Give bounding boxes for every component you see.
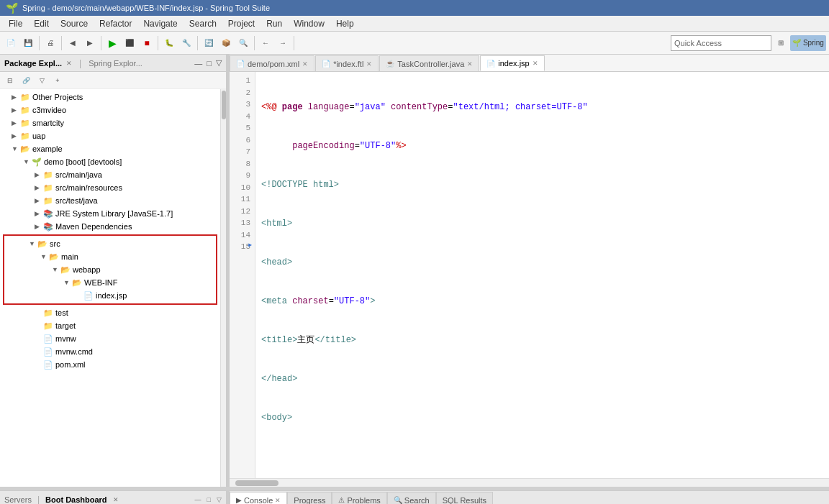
toggle-webinf[interactable]: ▼ [63, 279, 72, 286]
toolbar-btn-10[interactable]: ← [258, 35, 273, 51]
tree-item-mvnw[interactable]: 📄 mvnw [0, 332, 220, 345]
collapse-all-btn[interactable]: ⊟ [3, 74, 17, 87]
toolbar-btn-back[interactable]: ◀ [65, 35, 81, 51]
toggle-main[interactable]: ▼ [40, 253, 49, 260]
editor-hscroll-thumb[interactable] [235, 480, 278, 486]
toggle-webapp[interactable]: ▼ [52, 266, 60, 273]
toolbar-btn-fwd[interactable]: ▶ [82, 35, 98, 51]
run-button[interactable]: ▶ [104, 35, 120, 51]
toggle-uap[interactable]: ▶ [12, 132, 20, 139]
tab-pom-xml[interactable]: 📄 demo/pom.xml ✕ [230, 55, 314, 71]
toggle-other-projects[interactable]: ▶ [12, 93, 20, 101]
tree-item-uap[interactable]: ▶ 📁 uap [0, 129, 220, 142]
maximize-icon[interactable]: □ [207, 59, 212, 68]
new-item-btn[interactable]: + [50, 74, 65, 87]
tree-item-mvnw-cmd[interactable]: 📄 mvnw.cmd [0, 345, 220, 358]
editor-hscroll[interactable] [230, 478, 829, 487]
console-tab-progress[interactable]: Progress [287, 492, 332, 504]
tab-index-jsp[interactable]: 📄 index.jsp ✕ [480, 55, 544, 71]
menu-source[interactable]: Source [55, 17, 94, 30]
menu-window[interactable]: Window [288, 17, 330, 30]
menu-navigate[interactable]: Navigate [137, 17, 183, 30]
toggle-smartcity[interactable]: ▶ [12, 119, 20, 127]
tree-item-maven[interactable]: ▶ 📚 Maven Dependencies [0, 220, 220, 233]
toggle-example[interactable]: ▼ [12, 145, 20, 152]
minimize-icon[interactable]: — [194, 59, 202, 68]
tree-item-src-test-java[interactable]: ▶ 📁 src/test/java [0, 194, 220, 207]
toggle-c3mvideo[interactable]: ▶ [12, 106, 20, 114]
tree-item-index-jsp[interactable]: 📄 index.jsp [6, 289, 214, 302]
tree-item-pom-xml[interactable]: 📄 pom.xml [0, 358, 220, 371]
tab-close-ftl[interactable]: ✕ [366, 60, 372, 68]
tab-close-task-controller[interactable]: ✕ [467, 60, 473, 68]
toggle-src-main-resources[interactable]: ▶ [35, 184, 43, 191]
tab-index-ftl[interactable]: 📄 *index.ftl ✕ [315, 55, 379, 71]
toolbar-btn-7[interactable]: 🔄 [201, 35, 217, 51]
toolbar-btn-perspective[interactable]: ⊞ [773, 35, 789, 51]
menu-project[interactable]: Project [222, 17, 261, 30]
console-tab-close[interactable]: ✕ [275, 497, 281, 504]
toolbar-btn-6[interactable]: 🔧 [178, 35, 194, 51]
sidebar-scrollbar[interactable] [220, 89, 226, 487]
tree-item-smartcity[interactable]: ▶ 📁 smartcity [0, 116, 220, 129]
tree-item-test[interactable]: 📁 test [0, 306, 220, 319]
stop-button[interactable]: ■ [139, 35, 155, 51]
tab-close-pom[interactable]: ✕ [302, 60, 308, 68]
new-button[interactable]: 📄 [3, 35, 19, 51]
sidebar-menu-icon[interactable]: ▽ [216, 58, 222, 68]
tree-item-main[interactable]: ▼ 📂 main [6, 250, 214, 263]
toolbar-btn-9[interactable]: 🔍 [235, 35, 251, 51]
tree-item-jre[interactable]: ▶ 📚 JRE System Library [JavaSE-1.7] [0, 207, 220, 220]
menu-run[interactable]: Run [261, 17, 288, 30]
console-tab-problems[interactable]: ⚠ Problems [332, 492, 386, 504]
tree-item-other-projects[interactable]: ▶ 📁 Other Projects [0, 91, 220, 104]
console-tab-sql[interactable]: SQL Results [436, 492, 493, 504]
toggle-maven[interactable]: ▶ [35, 223, 43, 230]
toolbar-btn-print[interactable]: 🖨 [42, 35, 58, 51]
sidebar-close-icon[interactable]: ✕ [66, 60, 72, 67]
bd-dropdown[interactable]: ▽ [217, 496, 222, 503]
tree-item-example[interactable]: ▼ 📂 example [0, 142, 220, 155]
tab-close-index-jsp[interactable]: ✕ [533, 60, 538, 67]
tree-item-src-main-java[interactable]: ▶ 📁 src/main/java [0, 168, 220, 181]
tree-item-target[interactable]: 📁 target [0, 319, 220, 332]
code-content[interactable]: <%@ page language="java" contentType="te… [255, 72, 829, 478]
toggle-demo[interactable]: ▼ [23, 158, 32, 165]
toggle-src-main-java[interactable]: ▶ [35, 171, 43, 178]
quick-access-input[interactable]: Quick Access [671, 35, 771, 51]
console-tab-console[interactable]: ▶ Console ✕ [230, 492, 287, 504]
toggle-jre[interactable]: ▶ [35, 210, 43, 217]
menu-file[interactable]: File [3, 17, 28, 30]
tree-item-demo[interactable]: ▼ 🌱 demo [boot] [devtools] [0, 155, 220, 168]
sidebar-scrollbar-thumb[interactable] [222, 91, 226, 119]
bd-minimize[interactable]: — [195, 496, 201, 503]
toolbar-btn-5[interactable]: ⬛ [122, 35, 137, 51]
toolbar-btn-11[interactable]: → [275, 35, 291, 51]
spring-explorer-tab[interactable]: Spring Explor... [89, 59, 142, 68]
link-editor-btn[interactable]: 🔗 [19, 74, 33, 87]
toolbar-btn-8[interactable]: 📦 [218, 35, 234, 51]
tree-item-webinf[interactable]: ▼ 📂 WEB-INF [6, 276, 214, 289]
toggle-src[interactable]: ▼ [29, 240, 37, 247]
toggle-src-test-java[interactable]: ▶ [35, 197, 43, 204]
menu-refactor[interactable]: Refactor [94, 17, 137, 30]
sidebar-menu-btn[interactable]: ▽ [35, 74, 49, 87]
menu-help[interactable]: Help [330, 17, 360, 30]
toolbar-btn-2[interactable]: 💾 [20, 35, 36, 51]
tree-item-src[interactable]: ▼ 📂 src [6, 237, 214, 250]
toolbar-btn-spring[interactable]: 🌱 Spring [790, 35, 826, 51]
tree-item-c3mvideo[interactable]: ▶ 📁 c3mvideo [0, 104, 220, 116]
boot-dashboard-tab[interactable]: Boot Dashboard [45, 495, 107, 504]
bd-tab-close[interactable]: ✕ [113, 496, 119, 503]
toolbar-btn-debug[interactable]: 🐛 [161, 35, 177, 51]
menu-edit[interactable]: Edit [28, 17, 55, 30]
code-editor[interactable]: 1 2 3 4 5 6 7 8 9 10 11 12 13 14 ▶ 15 [230, 72, 829, 478]
menu-search[interactable]: Search [184, 17, 222, 30]
tree-item-webapp[interactable]: ▼ 📂 webapp [6, 263, 214, 276]
servers-tab[interactable]: Servers [4, 495, 32, 504]
package-explorer-tab[interactable]: Package Expl... [4, 59, 62, 68]
tree-item-src-main-resources[interactable]: ▶ 📁 src/main/resources [0, 181, 220, 194]
console-tab-search[interactable]: 🔍 Search [387, 492, 436, 504]
tab-task-controller[interactable]: ☕ TaskController.java ✕ [379, 55, 479, 71]
bd-maximize[interactable]: □ [207, 496, 211, 503]
